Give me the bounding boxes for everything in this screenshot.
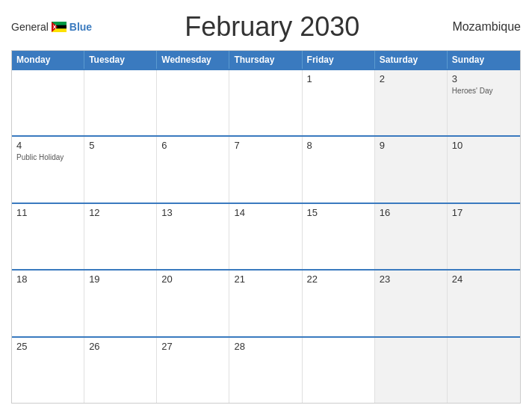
calendar-cell: 28 (229, 338, 302, 403)
calendar-cell: 22 (303, 271, 375, 336)
calendar-cell (448, 338, 520, 403)
calendar-cell: 8 (303, 137, 375, 202)
day-number: 1 (307, 73, 370, 84)
calendar-cell: 18 (12, 271, 84, 336)
calendar-header-row: MondayTuesdayWednesdayThursdayFridaySatu… (12, 51, 520, 69)
day-number: 5 (89, 140, 152, 151)
day-header-saturday: Saturday (375, 51, 448, 69)
calendar-cell: 14 (229, 204, 302, 269)
day-number: 2 (380, 73, 442, 84)
event-label: Heroes' Day (452, 86, 516, 96)
day-number: 13 (161, 207, 224, 218)
day-header-wednesday: Wednesday (157, 51, 229, 69)
day-number: 22 (307, 274, 370, 285)
day-number: 11 (16, 207, 79, 218)
day-number: 20 (161, 274, 224, 285)
day-number: 8 (307, 140, 370, 151)
day-number: 24 (452, 274, 516, 285)
day-number: 27 (161, 341, 224, 352)
calendar-cell: 20 (157, 271, 229, 336)
calendar-cell: 4Public Holiday (12, 137, 84, 202)
day-number: 19 (89, 274, 152, 285)
calendar-page: General Blue February 2030 Mozambique Mo… (0, 0, 532, 411)
page-header: General Blue February 2030 Mozambique (11, 11, 521, 43)
calendar-week-1: 123Heroes' Day (12, 69, 520, 135)
calendar-cell: 16 (375, 204, 448, 269)
calendar-cell: 17 (448, 204, 520, 269)
day-number: 28 (234, 341, 297, 352)
day-header-thursday: Thursday (229, 51, 302, 69)
calendar-cell: 2 (375, 70, 448, 135)
day-number: 23 (380, 274, 442, 285)
day-number: 26 (89, 341, 152, 352)
day-number: 6 (161, 140, 224, 151)
calendar-cell: 5 (84, 137, 157, 202)
event-label: Public Holiday (16, 152, 79, 162)
calendar-cell: 12 (84, 204, 157, 269)
calendar-cell (303, 338, 375, 403)
day-number: 12 (89, 207, 152, 218)
calendar-cell: 21 (229, 271, 302, 336)
day-number: 3 (452, 73, 516, 84)
calendar-cell (229, 70, 302, 135)
calendar-cell (375, 338, 448, 403)
day-header-friday: Friday (303, 51, 375, 69)
day-number: 25 (16, 341, 79, 352)
calendar-cell (157, 70, 229, 135)
calendar-week-5: 25262728 (12, 336, 520, 403)
calendar-cell: 11 (12, 204, 84, 269)
calendar-cell: 24 (448, 271, 520, 336)
calendar-cell: 3Heroes' Day (448, 70, 520, 135)
country-label: Mozambique (452, 20, 521, 34)
calendar-week-2: 4Public Holiday5678910 (12, 135, 520, 202)
calendar-cell: 26 (84, 338, 157, 403)
calendar-cell: 15 (303, 204, 375, 269)
day-number: 21 (234, 274, 297, 285)
day-number: 18 (16, 274, 79, 285)
calendar-cell: 6 (157, 137, 229, 202)
calendar-cell (12, 70, 84, 135)
calendar-cell: 13 (157, 204, 229, 269)
svg-point-6 (53, 26, 55, 28)
calendar-cell: 1 (303, 70, 375, 135)
day-number: 17 (452, 207, 516, 218)
calendar-cell: 7 (229, 137, 302, 202)
calendar-cell: 23 (375, 271, 448, 336)
day-number: 15 (307, 207, 370, 218)
calendar-cell: 10 (448, 137, 520, 202)
day-number: 16 (380, 207, 442, 218)
calendar-body: 123Heroes' Day4Public Holiday56789101112… (12, 69, 520, 403)
calendar-cell: 25 (12, 338, 84, 403)
calendar-cell: 9 (375, 137, 448, 202)
day-header-monday: Monday (12, 51, 84, 69)
day-number: 9 (380, 140, 442, 151)
day-number: 10 (452, 140, 516, 151)
flag-icon (52, 22, 66, 32)
logo: General Blue (11, 21, 92, 33)
day-number: 4 (16, 140, 79, 151)
logo-general-text: General (11, 21, 49, 33)
calendar-cell: 27 (157, 338, 229, 403)
calendar-title: February 2030 (92, 11, 452, 43)
day-header-tuesday: Tuesday (84, 51, 157, 69)
day-header-sunday: Sunday (448, 51, 520, 69)
logo-blue-text: Blue (69, 21, 92, 33)
calendar-grid: MondayTuesdayWednesdayThursdayFridaySatu… (11, 50, 521, 404)
day-number: 7 (234, 140, 297, 151)
day-number: 14 (234, 207, 297, 218)
calendar-cell (84, 70, 157, 135)
calendar-week-4: 18192021222324 (12, 269, 520, 336)
calendar-week-3: 11121314151617 (12, 203, 520, 269)
calendar-cell: 19 (84, 271, 157, 336)
